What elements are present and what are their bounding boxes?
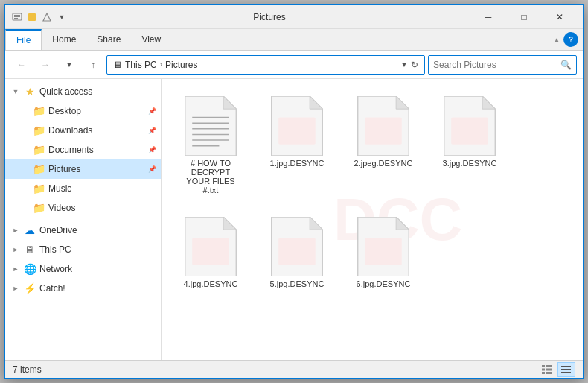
- sidebar-item-desktop[interactable]: 📁 Desktop 📌: [5, 101, 161, 121]
- sidebar-label-videos: Videos: [48, 203, 161, 213]
- svg-marker-21: [482, 96, 495, 109]
- svg-rect-37: [549, 368, 552, 370]
- ribbon-collapse[interactable]: ▲: [553, 36, 560, 44]
- sidebar-item-onedrive[interactable]: ► ☁ OneDrive: [5, 221, 161, 240]
- file-icon-f2: [357, 96, 410, 156]
- path-part-1: This PC: [125, 60, 157, 70]
- file-name-decrypt: # HOW TO DECRYPT YOUR FILES #.txt: [179, 159, 243, 194]
- svg-marker-30: [396, 217, 409, 230]
- svg-rect-39: [546, 372, 549, 374]
- file-icon-f4: [184, 217, 237, 276]
- dropdown-icon[interactable]: ▼: [56, 11, 68, 23]
- refresh-button[interactable]: ↻: [411, 60, 418, 70]
- path-icon: 🖥: [113, 60, 122, 70]
- svg-rect-3: [14, 18, 18, 19]
- sidebar-label-onedrive: OneDrive: [39, 225, 161, 235]
- back-button[interactable]: ←: [11, 54, 32, 75]
- sidebar-label-catch: Catch!: [39, 283, 161, 294]
- sidebar-item-thispc[interactable]: ► 🖥 This PC: [5, 240, 161, 259]
- forward-button[interactable]: →: [35, 54, 56, 75]
- tab-home[interactable]: Home: [42, 29, 86, 50]
- search-box[interactable]: 🔍: [428, 55, 577, 75]
- window-controls: ─ □ ✕: [471, 5, 577, 29]
- svg-rect-16: [278, 118, 316, 145]
- svg-rect-19: [365, 118, 402, 145]
- file-icon-f5: [270, 217, 324, 276]
- quick-access-icon-1[interactable]: [11, 11, 23, 23]
- sidebar-item-network[interactable]: ► 🌐 Network: [5, 259, 161, 279]
- sidebar: ▼ ★ Quick access 📁 Desktop 📌 📁 Downloads…: [5, 79, 162, 360]
- file-item-decrypt[interactable]: # HOW TO DECRYPT YOUR FILES #.txt: [173, 91, 248, 200]
- sidebar-item-downloads[interactable]: 📁 Downloads 📌: [5, 121, 161, 140]
- svg-marker-24: [223, 217, 236, 230]
- sidebar-item-pictures[interactable]: 📁 Pictures 📌: [5, 159, 161, 179]
- svg-rect-4: [28, 13, 36, 21]
- sidebar-item-catch[interactable]: ► ⚡ Catch!: [5, 279, 161, 298]
- search-input[interactable]: [433, 60, 560, 70]
- svg-rect-28: [278, 238, 316, 265]
- file-item-f1[interactable]: 1.jpg.DESYNC: [260, 91, 334, 200]
- sidebar-label-pictures: Pictures: [48, 164, 145, 174]
- path-separator-1: ›: [160, 60, 162, 69]
- file-icon-f1: [270, 96, 324, 156]
- view-buttons: [538, 362, 575, 377]
- svg-rect-22: [451, 118, 488, 145]
- svg-rect-1: [14, 15, 20, 16]
- help-button[interactable]: ?: [563, 32, 578, 47]
- tab-share[interactable]: Share: [86, 29, 131, 50]
- file-icon-f6: [357, 217, 410, 276]
- sidebar-label-thispc: This PC: [39, 244, 161, 255]
- sidebar-label-downloads: Downloads: [48, 125, 145, 136]
- file-item-f4[interactable]: 4.jpg.DESYNC: [173, 212, 248, 294]
- pin-icon-pictures: 📌: [148, 165, 156, 173]
- tab-file[interactable]: File: [5, 29, 42, 50]
- address-path[interactable]: 🖥 This PC › Pictures ▼ ↻: [106, 55, 425, 75]
- svg-rect-35: [542, 368, 545, 370]
- sidebar-item-videos[interactable]: 📁 Videos: [5, 198, 161, 218]
- file-name-f5: 5.jpg.DESYNC: [270, 279, 325, 288]
- catch-icon: ⚡: [23, 282, 36, 295]
- item-count: 7 items: [13, 364, 42, 375]
- explorer-window: ▼ Pictures ─ □ ✕ File Home Share View ▲ …: [4, 4, 584, 379]
- window-title: Pictures: [68, 12, 471, 22]
- file-name-f2: 2.jpeg.DESYNC: [354, 159, 413, 168]
- file-icon-decrypt: [184, 96, 237, 156]
- sidebar-item-label-quickaccess: Quick access: [39, 86, 161, 97]
- file-name-f1: 1.jpg.DESYNC: [270, 159, 325, 168]
- svg-rect-32: [542, 365, 545, 367]
- file-icon-f3: [443, 96, 496, 156]
- sidebar-item-music[interactable]: 📁 Music: [5, 179, 161, 198]
- svg-rect-2: [14, 16, 20, 17]
- up-button[interactable]: ↑: [83, 54, 103, 75]
- svg-rect-38: [542, 372, 545, 374]
- sidebar-item-documents[interactable]: 📁 Documents 📌: [5, 140, 161, 159]
- sidebar-quick-access[interactable]: ▼ ★ Quick access: [5, 82, 161, 101]
- search-icon: 🔍: [560, 60, 572, 70]
- folder-icon-downloads: 📁: [32, 124, 45, 137]
- folder-icon-pictures: 📁: [32, 162, 45, 176]
- tab-view[interactable]: View: [131, 29, 171, 50]
- path-part-2: Pictures: [165, 60, 197, 70]
- large-icons-view-button[interactable]: [557, 362, 575, 377]
- file-item-f3[interactable]: 3.jpg.DESYNC: [432, 91, 507, 200]
- expand-icon-thispc: ►: [11, 246, 20, 253]
- expand-icon-catch: ►: [11, 285, 20, 292]
- minimize-button[interactable]: ─: [471, 5, 505, 29]
- onedrive-icon: ☁: [23, 224, 36, 237]
- file-item-f5[interactable]: 5.jpg.DESYNC: [260, 212, 334, 294]
- file-item-f2[interactable]: 2.jpeg.DESYNC: [346, 91, 421, 200]
- ribbon-tabs: File Home Share View ▲ ?: [5, 29, 583, 50]
- file-item-f6[interactable]: 6.jpg.DESYNC: [346, 212, 421, 294]
- file-name-f3: 3.jpg.DESYNC: [443, 159, 497, 168]
- quick-access-icon-3[interactable]: [41, 11, 53, 23]
- sidebar-label-music: Music: [48, 183, 161, 194]
- list-view-button[interactable]: [538, 362, 556, 377]
- close-button[interactable]: ✕: [543, 5, 577, 29]
- maximize-button[interactable]: □: [507, 5, 541, 29]
- path-dropdown[interactable]: ▼: [400, 60, 408, 69]
- dropdown-recent-button[interactable]: ▼: [59, 54, 80, 75]
- quick-access-icon-2[interactable]: [26, 11, 38, 23]
- svg-marker-15: [310, 96, 322, 109]
- ribbon: File Home Share View ▲ ?: [5, 29, 583, 51]
- svg-rect-34: [549, 365, 552, 367]
